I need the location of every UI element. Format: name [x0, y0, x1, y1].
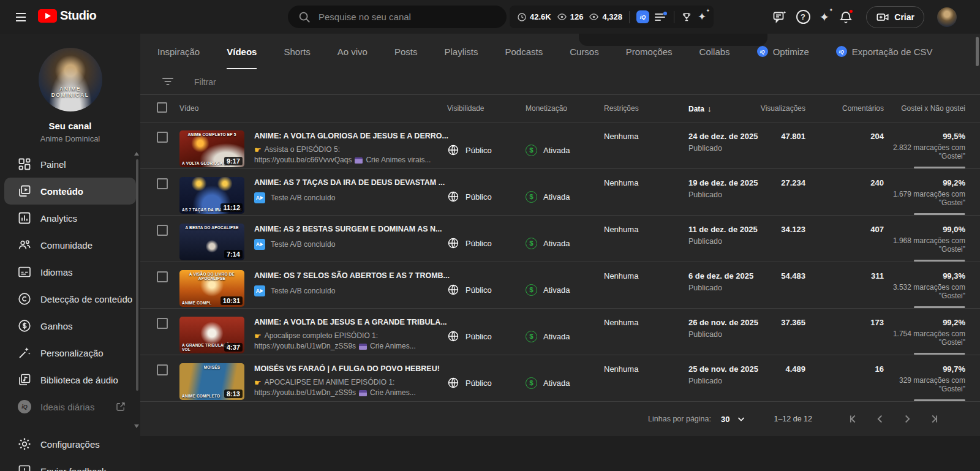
tab-inspiracao[interactable]: Inspiração	[157, 34, 200, 69]
rows-per-page-value[interactable]: 30	[721, 415, 729, 424]
pointing-finger-icon: ☛	[254, 331, 262, 341]
checklist-icon[interactable]	[655, 11, 667, 23]
tab-podcasts[interactable]: Podcasts	[505, 34, 543, 69]
video-title[interactable]: ANIME: AS 7 TAÇAS DA IRA DE DEUS DEVASTA…	[254, 178, 441, 187]
row-checkbox[interactable]	[157, 271, 168, 282]
help-icon[interactable]: ?	[796, 10, 810, 24]
visibility-cell[interactable]: Público	[447, 169, 526, 215]
sidebar-item-idiomas[interactable]: Idiomas	[4, 258, 136, 285]
filter-row[interactable]: Filtrar	[140, 69, 980, 95]
sparkle-icon[interactable]: ✦	[820, 11, 830, 23]
feedback-bubble-icon[interactable]	[772, 10, 787, 24]
video-title[interactable]: MOISÉS VS FARAÓ | A FULGA DO POVO HEBREU…	[254, 364, 440, 373]
tab-shorts[interactable]: Shorts	[284, 34, 310, 69]
next-page-button[interactable]	[900, 410, 919, 428]
row-checkbox[interactable]	[157, 225, 168, 236]
table-row[interactable]: A GRANDE TRIBULAÇÃO E A VOL 4:37 ANIME: …	[140, 309, 980, 355]
tab-optimize[interactable]: iQOptimize	[757, 34, 809, 69]
channel-stats-widget[interactable]: 42.6K 126 4,328 iQ ✦	[510, 6, 714, 28]
column-header-date[interactable]: Data↓	[688, 104, 760, 113]
first-page-button[interactable]	[846, 410, 865, 428]
video-thumbnail[interactable]: A BESTA DO APOCALIPSE 7:14	[179, 224, 244, 260]
sidebar-item-biblioteca-de-audio[interactable]: Biblioteca de áudio	[4, 366, 136, 393]
row-checkbox[interactable]	[157, 318, 168, 329]
table-row[interactable]: MOISÉS ANIME COMPLETO 8:13 MOISÉS VS FAR…	[140, 355, 980, 402]
video-title[interactable]: ANIME: A VOLTA DE JESUS E A GRANDE TRIBU…	[254, 318, 441, 326]
row-checkbox[interactable]	[157, 132, 168, 143]
notifications-bell-icon[interactable]	[839, 10, 853, 24]
video-title[interactable]: ANIME: OS 7 SELOS SÃO ABERTOS E AS 7 TRO…	[254, 271, 441, 280]
tab-cursos[interactable]: Cursos	[570, 34, 599, 69]
sidebar-item-ganhos[interactable]: Ganhos	[4, 312, 136, 339]
row-checkbox[interactable]	[157, 178, 168, 189]
sidebar-item-analytics[interactable]: Analytics	[4, 205, 136, 232]
video-description: ☛Assista o EPISÓDIO 5:https://youtu.be/c…	[254, 145, 441, 165]
visibility-cell[interactable]: Público	[447, 355, 526, 401]
video-thumbnail[interactable]: A GRANDE TRIBULAÇÃO E A VOL 4:37	[179, 317, 244, 353]
likes-cell: 99,5% 2.832 marcações com "Gostei"	[884, 122, 965, 168]
sidebar-item-configuracoes[interactable]: Configurações	[4, 431, 136, 458]
search-input[interactable]	[318, 12, 490, 22]
video-title[interactable]: ANIME: AS 2 BESTAS SURGEM E DOMINAM AS N…	[254, 225, 441, 233]
search-bar[interactable]	[288, 6, 507, 28]
video-thumbnail[interactable]: A VISÃO DO LIVRO DE APOCALIPSE ANIME COM…	[179, 270, 244, 307]
table-row[interactable]: A BESTA DO APOCALIPSE 7:14 ANIME: AS 2 B…	[140, 216, 980, 262]
tab-ao-vivo[interactable]: Ao vivo	[337, 34, 368, 69]
tab-exportacao-de-csv[interactable]: iQExportação de CSV	[836, 34, 933, 69]
monetization-cell[interactable]: $ Ativada	[526, 169, 604, 215]
channel-avatar[interactable]: ANIME DOMINICAL	[39, 48, 102, 111]
sidebar-item-enviar-feedback[interactable]: Enviar feedback	[4, 458, 136, 471]
sidebar-item-ideais-diarias[interactable]: iQIdeais diárias	[4, 393, 136, 420]
column-header-comments[interactable]: Comentários	[805, 104, 884, 113]
main-scrollbar[interactable]	[976, 37, 979, 66]
vidiq-badge-icon[interactable]: iQ	[636, 10, 649, 23]
video-title[interactable]: ANIME: A VOLTA GLORIOSA DE JESUS E A DER…	[254, 132, 441, 140]
tab-playlists[interactable]: Playlists	[444, 34, 478, 69]
scroll-up-arrow[interactable]	[134, 152, 139, 156]
video-thumbnail[interactable]: AS 7 TAÇAS DA IRA DE DEUS 11:12	[179, 177, 244, 214]
visibility-cell[interactable]: Público	[447, 122, 526, 168]
scroll-down-arrow[interactable]	[134, 424, 139, 428]
youtube-studio-logo[interactable]: Studio	[38, 9, 96, 23]
column-header-likes[interactable]: Gostei x Não gostei	[884, 104, 965, 113]
sparkle-icon[interactable]: ✦	[698, 12, 706, 22]
column-header-monetization[interactable]: Monetização	[526, 104, 604, 113]
table-row[interactable]: ANIME COMPLETO EP 5 A VOLTA GLORIOSA DO …	[140, 122, 980, 169]
table-row[interactable]: AS 7 TAÇAS DA IRA DE DEUS 11:12 ANIME: A…	[140, 169, 980, 216]
video-thumbnail[interactable]: ANIME COMPLETO EP 5 A VOLTA GLORIOSA DO …	[179, 130, 244, 167]
column-header-video[interactable]: Vídeo	[179, 104, 447, 113]
create-button[interactable]: Criar	[866, 6, 924, 28]
monetization-cell[interactable]: $ Ativada	[526, 262, 604, 308]
monetization-cell[interactable]: $ Ativada	[526, 122, 604, 168]
column-header-restrictions[interactable]: Restrições	[604, 104, 688, 113]
sidebar-item-deteccao-de-conteudo[interactable]: Detecção de conteúdo	[4, 285, 136, 312]
trophy-icon[interactable]	[681, 12, 692, 23]
sidebar-item-comunidade[interactable]: Comunidade	[4, 232, 136, 258]
visibility-cell[interactable]: Público	[447, 262, 526, 308]
table-row[interactable]: A VISÃO DO LIVRO DE APOCALIPSE ANIME COM…	[140, 262, 980, 309]
sidebar-scrollbar[interactable]	[136, 159, 138, 391]
monetization-cell[interactable]: $ Ativada	[526, 309, 604, 355]
video-thumbnail[interactable]: MOISÉS ANIME COMPLETO 8:13	[179, 363, 244, 400]
monetization-cell[interactable]: $ Ativada	[526, 216, 604, 262]
tab-videos[interactable]: Vídeos	[227, 34, 257, 69]
monetization-cell[interactable]: $ Ativada	[526, 355, 604, 401]
visibility-cell[interactable]: Público	[447, 309, 526, 355]
column-header-visibility[interactable]: Visibilidade	[447, 104, 526, 113]
last-page-button[interactable]	[927, 410, 946, 428]
sidebar-item-painel[interactable]: Painel	[4, 151, 136, 178]
sidebar-item-personalizacao[interactable]: Personalização	[4, 339, 136, 366]
sidebar-item-conteudo[interactable]: Conteúdo	[4, 178, 136, 205]
select-all-checkbox[interactable]	[157, 102, 167, 113]
visibility-cell[interactable]: Público	[447, 216, 526, 262]
chevron-down-icon[interactable]	[736, 413, 747, 424]
account-avatar[interactable]	[937, 7, 957, 27]
previous-page-button[interactable]	[873, 410, 892, 428]
tab-label: Optimize	[773, 47, 809, 57]
tab-promocoes[interactable]: Promoções	[626, 34, 673, 69]
row-checkbox[interactable]	[157, 364, 168, 375]
hamburger-menu-button[interactable]	[13, 10, 28, 24]
tab-collabs[interactable]: Collabs	[699, 34, 730, 69]
tab-posts[interactable]: Posts	[394, 34, 418, 69]
column-header-views[interactable]: Visualizações	[760, 104, 805, 113]
